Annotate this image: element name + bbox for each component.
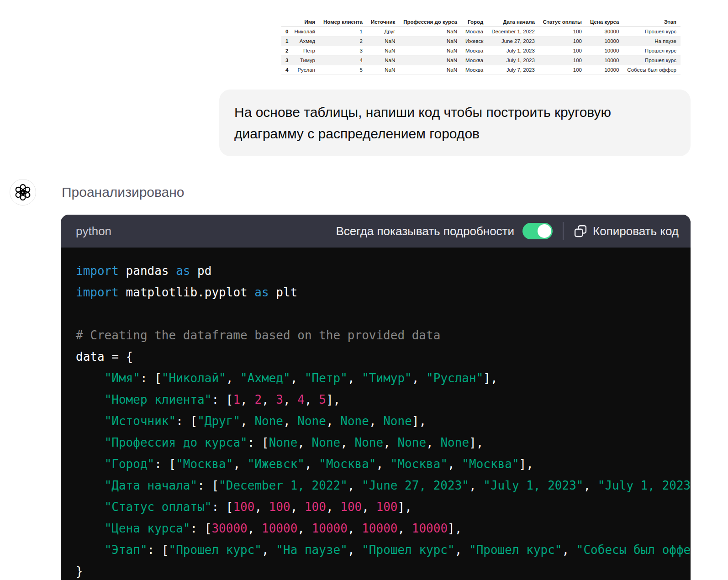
table-cell: 10000 [586, 37, 623, 46]
code-line: "Профессия до курса": [None, None, None,… [76, 432, 675, 453]
details-toggle-label: Всегда показывать подробности [336, 224, 515, 238]
code-line [76, 303, 675, 325]
table-cell: 10000 [586, 65, 623, 75]
table-cell: Москва [461, 27, 487, 37]
dataframe-header-row: ИмяНомер клиентаИсточникПрофессия до кур… [281, 17, 681, 27]
table-row: 0Николай1ДругNaNМоскваDecember 1, 202210… [281, 27, 681, 37]
toggle-knob [538, 224, 551, 238]
analysis-status[interactable]: Проанализировано [62, 185, 185, 200]
table-cell: NaN [367, 65, 399, 75]
table-cell: NaN [399, 46, 461, 56]
assistant-avatar [10, 179, 36, 206]
table-cell: Москва [461, 65, 487, 75]
table-cell: Николай [290, 27, 319, 37]
code-line: "Город": ["Москва", "Ижевск", "Москва", … [76, 453, 675, 475]
copy-icon [574, 224, 587, 238]
row-index: 3 [281, 56, 290, 65]
table-row: 4Руслан5NaNNaNМоскваJuly 7, 202310010000… [281, 65, 681, 75]
code-line: "Этап": ["Прошел курс", "На паузе", "Про… [76, 539, 675, 561]
table-cell: July 1, 2023 [487, 46, 539, 56]
table-cell: NaN [399, 37, 461, 46]
code-line: "Статус оплаты": [100, 100, 100, 100, 10… [76, 496, 675, 518]
assistant-header-row: Проанализировано [10, 179, 185, 206]
dataframe-body: 0Николай1ДругNaNМоскваDecember 1, 202210… [281, 27, 681, 75]
table-cell: 100 [539, 56, 586, 65]
code-block-header: python Всегда показывать подробности Коп… [61, 215, 691, 248]
table-row: 1Ахмед2NaNNaNИжевскJune 27, 202310010000… [281, 37, 681, 46]
table-cell: 100 [539, 37, 586, 46]
table-cell: NaN [367, 46, 399, 56]
row-index: 2 [281, 46, 290, 56]
table-cell: Ахмед [290, 37, 319, 46]
table-cell: 100 [539, 65, 586, 75]
table-cell: NaN [399, 56, 461, 65]
column-header: Этап [623, 17, 681, 27]
column-header: Статус оплаты [539, 17, 586, 27]
table-cell: 10000 [586, 46, 623, 56]
openai-logo-icon [15, 184, 31, 200]
table-cell: Руслан [290, 65, 319, 75]
code-line: } [76, 561, 675, 580]
column-header: Имя [290, 17, 319, 27]
table-cell: NaN [399, 27, 461, 37]
code-line: data = { [76, 346, 675, 368]
table-cell: Москва [461, 56, 487, 65]
code-line: "Имя": ["Николай", "Ахмед", "Петр", "Тим… [76, 368, 675, 389]
table-cell: Ижевск [461, 37, 487, 46]
code-line: import pandas as pd [76, 260, 675, 282]
code-line: "Источник": ["Друг", None, None, None, N… [76, 411, 675, 432]
header-divider [563, 222, 564, 240]
table-cell: NaN [399, 65, 461, 75]
table-cell: July 1, 2023 [487, 56, 539, 65]
table-cell: 30000 [586, 27, 623, 37]
user-message-bubble: На основе таблицы, напиши код чтобы пост… [219, 90, 691, 156]
code-line: "Дата начала": ["December 1, 2022", "Jun… [76, 475, 675, 496]
row-index: 0 [281, 27, 290, 37]
table-cell: Друг [367, 27, 399, 37]
code-content: import pandas as pdimport matplotlib.pyp… [61, 248, 691, 580]
table-cell: 3 [319, 46, 367, 56]
table-cell: 1 [319, 27, 367, 37]
column-header: Профессия до курса [399, 17, 461, 27]
table-cell: NaN [367, 37, 399, 46]
table-cell: Петр [290, 46, 319, 56]
table-cell: 4 [319, 56, 367, 65]
table-cell: December 1, 2022 [487, 27, 539, 37]
table-cell: Собесы был оффер [623, 65, 681, 75]
copy-code-button[interactable]: Копировать код [574, 224, 679, 238]
column-header: Дата начала [487, 17, 539, 27]
column-header [281, 17, 290, 27]
code-line: "Цена курса": [30000, 10000, 10000, 1000… [76, 518, 675, 539]
code-line: "Номер клиента": [1, 2, 3, 4, 5], [76, 389, 675, 411]
copy-code-label: Копировать код [593, 224, 679, 238]
code-header-controls: Всегда показывать подробности Копировать… [336, 222, 679, 240]
table-cell: NaN [367, 56, 399, 65]
row-index: 4 [281, 65, 290, 75]
column-header: Город [461, 17, 487, 27]
code-block: python Всегда показывать подробности Коп… [61, 215, 691, 580]
column-header: Источник [367, 17, 399, 27]
code-line: # Creating the dataframe based on the pr… [76, 325, 675, 346]
dataframe-table: ИмяНомер клиентаИсточникПрофессия до кур… [281, 17, 681, 75]
row-index: 1 [281, 37, 290, 46]
table-row: 3Тимур4NaNNaNМоскваJuly 1, 202310010000П… [281, 56, 681, 65]
table-row: 2Петр3NaNNaNМоскваJuly 1, 202310010000Пр… [281, 46, 681, 56]
user-message-text: На основе таблицы, напиши код чтобы пост… [234, 105, 611, 141]
table-cell: Прошел курс [623, 27, 681, 37]
column-header: Цена курса [586, 17, 623, 27]
table-cell: 5 [319, 65, 367, 75]
code-language-label: python [76, 224, 111, 238]
table-cell: June 27, 2023 [487, 37, 539, 46]
details-toggle[interactable] [522, 223, 553, 239]
table-cell: 100 [539, 46, 586, 56]
table-cell: 2 [319, 37, 367, 46]
table-cell: Москва [461, 46, 487, 56]
table-cell: На паузе [623, 37, 681, 46]
table-cell: Тимур [290, 56, 319, 65]
table-cell: July 7, 2023 [487, 65, 539, 75]
code-line: import matplotlib.pyplot as plt [76, 282, 675, 303]
dataframe-preview-image: ИмяНомер клиентаИсточникПрофессия до кур… [281, 17, 681, 75]
table-cell: 100 [539, 27, 586, 37]
column-header: Номер клиента [319, 17, 367, 27]
table-cell: 10000 [586, 56, 623, 65]
